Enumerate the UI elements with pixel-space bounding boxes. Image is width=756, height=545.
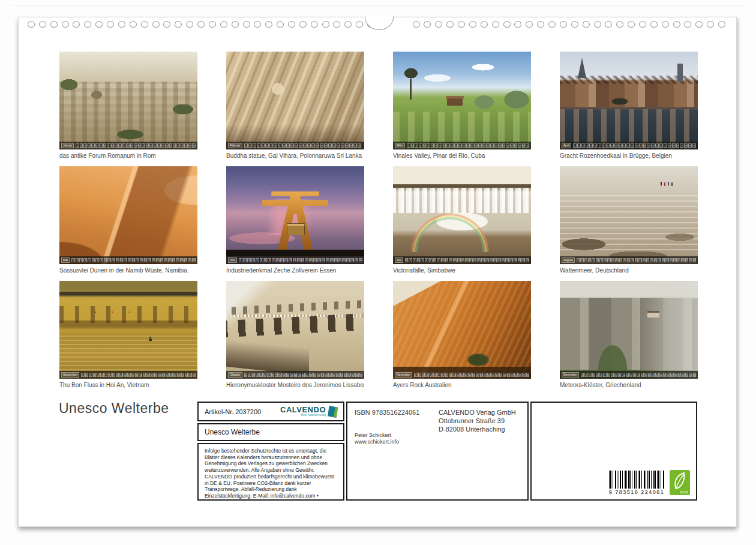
day-cell: 2 bbox=[577, 143, 581, 148]
day-cell: 5 bbox=[423, 143, 427, 148]
month-strip: Juni123456789101112131415161718192021222… bbox=[226, 256, 364, 264]
calvendo-flag-icon bbox=[328, 405, 340, 419]
day-cell: 30 bbox=[689, 373, 692, 377]
day-cell: 14 bbox=[124, 258, 127, 262]
day-cell: 1 bbox=[244, 373, 247, 377]
day-cell: 26 bbox=[342, 258, 346, 262]
day-cell: 20 bbox=[650, 258, 653, 262]
calendar-grid: Januar1234567891011121314151617181920212… bbox=[59, 52, 698, 388]
day-cell: 13 bbox=[120, 258, 124, 262]
day-cell: 14 bbox=[629, 373, 632, 377]
binding-hole bbox=[616, 21, 623, 28]
day-cell: 5 bbox=[589, 143, 593, 148]
month-days: 1234567891011121314151617181920212223242… bbox=[581, 373, 696, 377]
day-cell: 27 bbox=[680, 143, 683, 148]
day-cell: 1 bbox=[76, 143, 79, 148]
day-cell: 23 bbox=[160, 258, 164, 262]
photo-caption: Buddha statue, Gal Vihara, Polonnaruwa S… bbox=[226, 152, 364, 159]
day-cell: 22 bbox=[658, 258, 661, 262]
day-cell: 25 bbox=[507, 373, 510, 377]
day-cell: 17 bbox=[641, 373, 644, 377]
photo-decor bbox=[148, 336, 152, 342]
day-cell: 24 bbox=[668, 143, 671, 148]
photo-decor bbox=[607, 96, 633, 107]
day-cell: 7 bbox=[264, 258, 268, 262]
day-cell: 3 bbox=[83, 143, 86, 148]
month-strip: August1234567891011121314151617181920212… bbox=[560, 256, 698, 264]
day-cell: 6 bbox=[92, 258, 95, 262]
day-cell: 4 bbox=[425, 373, 428, 377]
binding-hole bbox=[684, 21, 691, 28]
day-cell: 7 bbox=[267, 373, 270, 377]
photo-decor bbox=[393, 281, 441, 306]
day-cell: 8 bbox=[271, 373, 274, 377]
binding-hole bbox=[605, 21, 612, 28]
binding-hole bbox=[673, 21, 680, 28]
binding-hole bbox=[175, 21, 182, 28]
binding-hole bbox=[232, 21, 239, 28]
day-cell: 15 bbox=[463, 143, 466, 148]
eco-label: eco bbox=[680, 489, 688, 495]
month-label: Februar bbox=[228, 143, 242, 148]
day-cell: 11 bbox=[280, 258, 284, 262]
binding-hole bbox=[220, 21, 227, 28]
day-cell: 12 bbox=[451, 143, 454, 148]
day-cell: 11 bbox=[446, 143, 450, 148]
day-cell: 13 bbox=[289, 258, 292, 262]
binding-hole bbox=[481, 21, 488, 28]
month-strip: November12345678910111213141516171819202… bbox=[393, 371, 531, 379]
day-cell: 19 bbox=[646, 258, 649, 262]
barcode-cell: 9 783516 224061 eco bbox=[530, 402, 697, 501]
day-cell: 28 bbox=[518, 373, 521, 377]
calendar-month-cell: Mai1234567891011121314151617181920212223… bbox=[59, 166, 197, 274]
binding-hole bbox=[583, 21, 590, 28]
ean-barcode: 9 783516 224061 bbox=[608, 471, 665, 495]
day-cell: 6 bbox=[596, 258, 599, 262]
day-cell: 25 bbox=[345, 143, 349, 148]
month-days: 1234567891011121314151617181920212223242… bbox=[71, 258, 196, 262]
day-cell: 14 bbox=[126, 143, 129, 148]
binding-hole bbox=[695, 21, 703, 28]
day-cell: 1 bbox=[71, 258, 75, 262]
day-cell: 31 bbox=[192, 258, 196, 262]
day-cell: 2 bbox=[76, 258, 79, 262]
day-cell: 16 bbox=[465, 258, 469, 262]
day-cell: 6 bbox=[265, 143, 269, 148]
photo-wattenmeer-deutschland: August1234567891011121314151617181920212… bbox=[560, 166, 698, 264]
binding-hole bbox=[628, 21, 635, 28]
day-cell: 6 bbox=[433, 373, 436, 377]
day-cell: 25 bbox=[502, 143, 506, 148]
day-cell: 22 bbox=[162, 373, 165, 377]
day-cell: 22 bbox=[495, 373, 498, 377]
binding-hole bbox=[197, 21, 205, 28]
day-cell: 16 bbox=[301, 258, 305, 262]
photo-caption: das antike Forum Romanum in Rom bbox=[59, 152, 197, 159]
publisher-address: CALVENDO Verlag GmbH Ottobrunner Straße … bbox=[434, 409, 520, 493]
day-cell: 23 bbox=[328, 373, 331, 377]
day-cell: 31 bbox=[526, 143, 529, 148]
legal-text: Infolge bestehender Schutzrechte ist es … bbox=[197, 443, 344, 501]
photographer-credit: Peter Schickert www.schickert.info bbox=[355, 432, 434, 446]
day-cell: 25 bbox=[168, 258, 172, 262]
day-cell: 10 bbox=[278, 373, 281, 377]
day-cell: 13 bbox=[622, 143, 626, 148]
day-cell: 18 bbox=[142, 143, 145, 148]
day-cell: 18 bbox=[146, 373, 149, 377]
day-cell: 13 bbox=[460, 373, 463, 377]
day-cell: 26 bbox=[340, 373, 343, 377]
day-cell: 16 bbox=[134, 143, 137, 148]
day-cell: 30 bbox=[521, 258, 525, 262]
day-cell: 14 bbox=[458, 143, 462, 148]
day-cell: 4 bbox=[586, 143, 589, 148]
day-cell: 2 bbox=[248, 143, 252, 148]
photo-decor bbox=[287, 223, 305, 235]
day-cell: 3 bbox=[413, 258, 416, 262]
month-days: 1234567891011121314151617181920212223242… bbox=[414, 373, 529, 377]
photo-decor bbox=[226, 313, 364, 337]
day-cell: 17 bbox=[469, 258, 473, 262]
day-cell: 20 bbox=[482, 143, 486, 148]
month-days: 1234567891011121314151617181920212223242… bbox=[407, 143, 529, 148]
day-cell: 3 bbox=[252, 373, 255, 377]
day-cell: 20 bbox=[148, 258, 151, 262]
day-cell: 21 bbox=[654, 258, 657, 262]
